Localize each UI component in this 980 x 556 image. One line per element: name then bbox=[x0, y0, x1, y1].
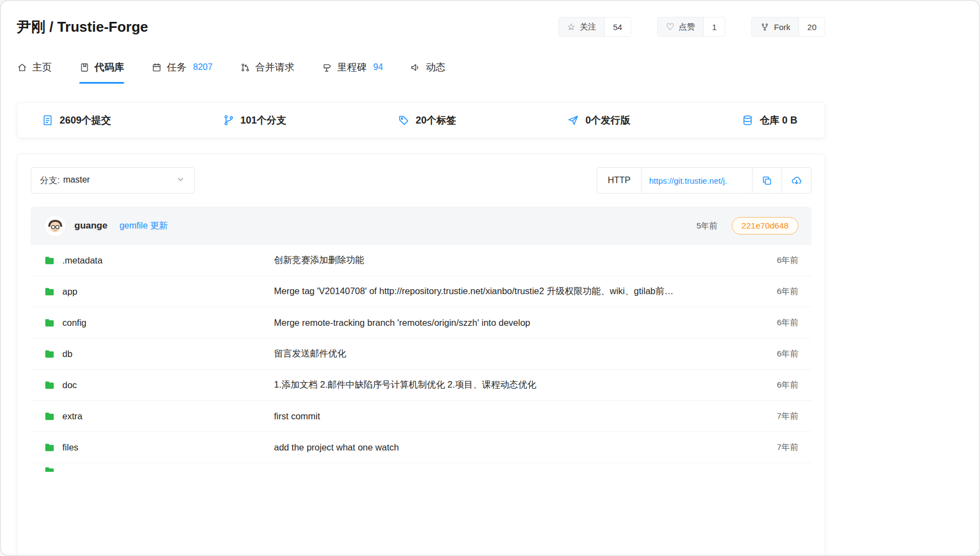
fork-label: Fork bbox=[774, 22, 790, 32]
activity-icon bbox=[410, 62, 421, 73]
copy-icon bbox=[761, 175, 773, 186]
chevron-down-icon bbox=[176, 174, 185, 184]
cloud-download-icon bbox=[791, 175, 802, 186]
tab-activity-label: 动态 bbox=[425, 61, 445, 74]
file-name[interactable]: db bbox=[62, 349, 72, 359]
file-commit-time: 6年前 bbox=[777, 317, 798, 329]
tab-code-label: 代码库 bbox=[95, 61, 124, 74]
tab-milestones-label: 里程碑 bbox=[337, 61, 367, 74]
tab-pulls[interactable]: 合并请求 bbox=[240, 61, 295, 84]
tag-icon bbox=[398, 114, 410, 126]
stat-releases[interactable]: 0个发行版 bbox=[567, 114, 630, 127]
file-row[interactable]: app Merge tag 'V20140708' of http://repo… bbox=[31, 276, 812, 307]
folder-icon bbox=[44, 348, 55, 360]
download-button[interactable] bbox=[781, 168, 811, 193]
file-row[interactable]: db 留言发送邮件优化 6年前 bbox=[31, 338, 812, 370]
file-name[interactable]: doc bbox=[62, 380, 77, 390]
stat-repo-size-label: 仓库 0 B bbox=[760, 114, 797, 127]
file-name[interactable]: config bbox=[62, 318, 86, 328]
tab-milestones[interactable]: 里程碑 94 bbox=[322, 61, 383, 84]
praise-button[interactable]: ♡ 点赞 1 bbox=[657, 17, 726, 37]
folder-icon bbox=[44, 465, 55, 472]
latest-commit-row[interactable]: guange gemfile 更新 5年前 221e70d648 bbox=[31, 207, 812, 245]
repo-icon bbox=[79, 62, 90, 73]
file-row[interactable]: config Merge remote-tracking branch 'rem… bbox=[31, 307, 812, 338]
file-name[interactable]: .metadata bbox=[62, 255, 102, 266]
file-name[interactable]: extra bbox=[62, 411, 83, 422]
file-row[interactable]: doc 1.添加文档 2.邮件中缺陷序号计算机制优化 2.项目、课程动态优化 6… bbox=[31, 370, 812, 401]
repo-stats-bar: 2609个提交 101个分支 20个标签 0个发行版 仓库 0 B bbox=[17, 102, 825, 138]
file-commit-message: 1.添加文档 2.邮件中缺陷序号计算机制优化 2.项目、课程动态优化 bbox=[274, 379, 777, 391]
stat-tags[interactable]: 20个标签 bbox=[398, 114, 456, 127]
heart-icon: ♡ bbox=[666, 22, 674, 32]
stat-branches-label: 101个分支 bbox=[241, 114, 287, 127]
file-row[interactable]: .metadata 创新竞赛添加删除功能 6年前 bbox=[31, 245, 812, 276]
file-commit-time: 6年前 bbox=[777, 286, 798, 297]
clone-url-group: HTTP https://git.trustie.net/j. bbox=[597, 167, 812, 194]
app-window: 尹刚 / Trustie-Forge ☆ 关注 54 ♡ 点赞 1 bbox=[0, 0, 980, 556]
branch-selector[interactable]: 分支: master bbox=[31, 167, 195, 194]
file-commit-time: 7年前 bbox=[777, 442, 798, 453]
avatar[interactable] bbox=[44, 214, 67, 237]
folder-icon bbox=[44, 286, 55, 297]
stat-commits-label: 2609个提交 bbox=[60, 114, 111, 127]
stat-tags-label: 20个标签 bbox=[416, 114, 456, 127]
stat-releases-label: 0个发行版 bbox=[585, 114, 630, 127]
commit-icon bbox=[42, 114, 54, 126]
folder-icon bbox=[44, 317, 55, 329]
fork-count[interactable]: 20 bbox=[798, 17, 825, 36]
commit-time: 5年前 bbox=[696, 221, 717, 231]
database-icon bbox=[742, 114, 754, 126]
watch-button[interactable]: ☆ 关注 54 bbox=[558, 17, 631, 37]
file-row[interactable]: files add the project what one watch 7年前 bbox=[31, 432, 812, 463]
page-title: 尹刚 / Trustie-Forge bbox=[17, 17, 148, 37]
watch-label: 关注 bbox=[580, 22, 596, 32]
home-icon bbox=[17, 62, 27, 73]
star-icon: ☆ bbox=[567, 22, 575, 32]
file-row[interactable]: extra first commit 7年前 bbox=[31, 401, 812, 432]
folder-icon bbox=[44, 411, 55, 422]
folder-icon bbox=[44, 255, 55, 266]
commit-sha-badge[interactable]: 221e70d648 bbox=[732, 217, 798, 235]
fork-button[interactable]: Fork 20 bbox=[751, 17, 825, 37]
page-content: 尹刚 / Trustie-Forge ☆ 关注 54 ♡ 点赞 1 bbox=[17, 15, 825, 556]
clone-url-field[interactable]: https://git.trustie.net/j. bbox=[641, 168, 752, 193]
repo-header: 尹刚 / Trustie-Forge ☆ 关注 54 ♡ 点赞 1 bbox=[17, 15, 825, 39]
file-row-partial[interactable] bbox=[31, 463, 812, 472]
file-commit-time: 6年前 bbox=[777, 348, 798, 360]
tab-code[interactable]: 代码库 bbox=[79, 61, 124, 84]
tab-home[interactable]: 主页 bbox=[17, 61, 52, 84]
stat-branches[interactable]: 101个分支 bbox=[223, 114, 287, 127]
tab-pulls-label: 合并请求 bbox=[255, 61, 295, 74]
tab-issues-label: 任务 bbox=[167, 61, 186, 74]
file-commit-time: 6年前 bbox=[777, 379, 798, 391]
file-commit-message: 留言发送邮件优化 bbox=[274, 348, 777, 360]
tab-issues-count: 8207 bbox=[193, 62, 213, 72]
commit-author[interactable]: guange bbox=[74, 220, 107, 231]
merge-icon bbox=[240, 62, 250, 73]
copy-url-button[interactable] bbox=[752, 168, 781, 193]
file-name[interactable]: files bbox=[62, 442, 78, 453]
repo-actions: ☆ 关注 54 ♡ 点赞 1 Fork bbox=[558, 17, 825, 37]
stat-repo-size[interactable]: 仓库 0 B bbox=[742, 114, 797, 127]
repo-nav-tabs: 主页 代码库 任务 8207 合并请求 里程碑 94 动态 bbox=[17, 61, 825, 84]
file-commit-message: Merge tag 'V20140708' of http://reposito… bbox=[274, 285, 777, 297]
tab-issues[interactable]: 任务 8207 bbox=[151, 61, 213, 84]
stat-commits[interactable]: 2609个提交 bbox=[42, 114, 111, 127]
release-icon bbox=[567, 114, 579, 126]
tab-home-label: 主页 bbox=[32, 61, 52, 74]
repo-toolbar: 分支: master HTTP https://git.trustie.net/… bbox=[31, 167, 812, 194]
file-commit-message: Merge remote-tracking branch 'remotes/or… bbox=[274, 318, 777, 328]
clone-protocol-button[interactable]: HTTP bbox=[597, 168, 641, 193]
tab-activity[interactable]: 动态 bbox=[410, 61, 445, 84]
fork-icon bbox=[760, 22, 769, 32]
file-commit-time: 6年前 bbox=[777, 255, 798, 266]
commit-message-link[interactable]: gemfile 更新 bbox=[119, 220, 167, 232]
folder-icon bbox=[44, 379, 55, 391]
file-commit-message: add the project what one watch bbox=[274, 442, 777, 453]
watch-count[interactable]: 54 bbox=[604, 17, 631, 36]
milestone-icon bbox=[322, 62, 332, 73]
praise-label: 点赞 bbox=[679, 22, 695, 32]
file-name[interactable]: app bbox=[62, 286, 78, 297]
praise-count[interactable]: 1 bbox=[703, 17, 725, 36]
